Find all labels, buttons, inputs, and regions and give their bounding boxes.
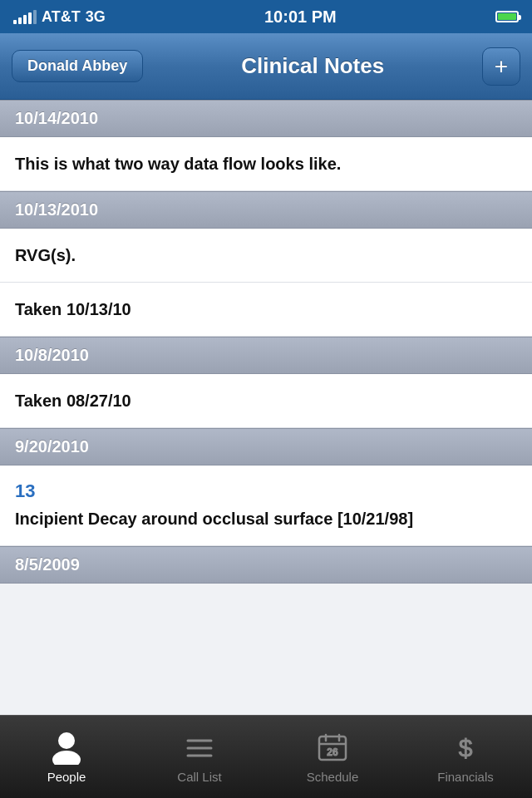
tab-schedule[interactable]: 26 Schedule	[266, 716, 399, 798]
note-number: 13	[15, 480, 517, 502]
tab-schedule-label: Schedule	[307, 770, 359, 784]
tab-bar: People Call List 26 Schedule $	[0, 715, 532, 798]
section-date-5: 8/5/2009	[15, 555, 80, 574]
list-icon	[181, 730, 218, 766]
add-button[interactable]: +	[482, 47, 520, 86]
tab-call-list-label: Call List	[177, 770, 221, 784]
tab-financials[interactable]: $ Financials	[399, 716, 532, 798]
network-type: 3G	[86, 8, 106, 26]
note-item[interactable]: 13 Incipient Decay around occlusal surfa…	[0, 466, 532, 546]
note-text: This is what two way data flow looks lik…	[15, 155, 341, 173]
signal-icon	[13, 9, 37, 24]
status-bar: AT&T 3G 10:01 PM	[0, 0, 532, 33]
carrier-name: AT&T	[42, 8, 81, 26]
note-text: RVG(s).	[15, 246, 76, 264]
svg-text:26: 26	[327, 746, 338, 758]
carrier-info: AT&T 3G	[13, 8, 106, 26]
section-date-1: 10/14/2010	[15, 109, 98, 127]
section-header-3: 10/8/2010	[0, 337, 532, 374]
note-text: Taken 10/13/10	[15, 300, 131, 318]
note-item[interactable]: RVG(s).	[0, 229, 532, 283]
tab-people[interactable]: People	[0, 716, 133, 798]
note-item[interactable]: Taken 08/27/10	[0, 374, 532, 428]
status-time: 10:01 PM	[264, 7, 337, 27]
svg-point-1	[52, 751, 81, 765]
tab-financials-label: Financials	[437, 770, 494, 784]
section-header-1: 10/14/2010	[0, 100, 532, 137]
note-text: Incipient Decay around occlusal surface …	[15, 510, 413, 528]
note-item[interactable]: This is what two way data flow looks lik…	[0, 137, 532, 191]
section-date-4: 9/20/2010	[15, 437, 89, 456]
battery-icon	[495, 11, 519, 22]
back-button[interactable]: Donald Abbey	[12, 50, 143, 82]
content-list: 10/14/2010 This is what two way data flo…	[0, 100, 532, 765]
nav-title: Clinical Notes	[241, 53, 384, 79]
battery-container	[495, 11, 519, 22]
nav-bar: Donald Abbey Clinical Notes +	[0, 33, 532, 100]
section-date-2: 10/13/2010	[15, 200, 98, 219]
section-date-3: 10/8/2010	[15, 346, 89, 364]
tab-call-list[interactable]: Call List	[133, 716, 266, 798]
note-text: Taken 08/27/10	[15, 392, 131, 410]
section-header-2: 10/13/2010	[0, 191, 532, 229]
svg-text:$: $	[459, 734, 473, 761]
section-header-4: 9/20/2010	[0, 428, 532, 466]
dollar-icon: $	[447, 730, 484, 766]
tab-people-label: People	[47, 770, 86, 784]
calendar-icon: 26	[314, 730, 351, 766]
note-item[interactable]: Taken 10/13/10	[0, 283, 532, 337]
section-header-5: 8/5/2009	[0, 546, 532, 584]
svg-point-0	[58, 732, 75, 749]
person-icon	[48, 730, 85, 766]
